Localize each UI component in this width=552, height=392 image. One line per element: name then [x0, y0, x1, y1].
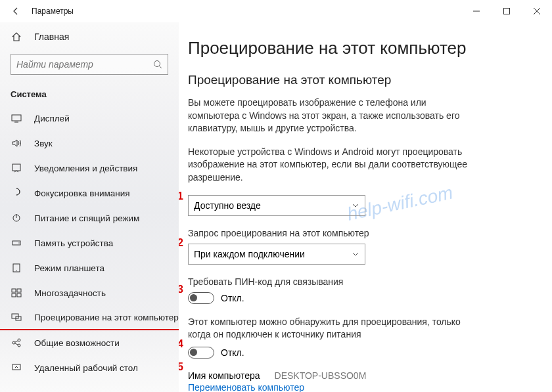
home-icon: [11, 32, 22, 42]
projection-request-label: Запрос проецирования на этот компьютер: [188, 228, 539, 238]
sidebar-item-projecting[interactable]: Проецирование на этот компьютер: [0, 305, 179, 330]
projecting-icon: [11, 312, 22, 322]
sidebar-item-label: Память устройства: [34, 238, 113, 248]
search-box[interactable]: [11, 54, 168, 75]
dropdown-value: Доступно везде: [194, 200, 261, 211]
sidebar-item-power[interactable]: Питание и спящий режим: [0, 206, 179, 230]
sound-icon: [11, 138, 22, 148]
sidebar-item-label: Фокусировка внимания: [34, 188, 130, 198]
sidebar-item-focus[interactable]: Фокусировка внимания: [0, 181, 179, 206]
section-title: Проецирование на этот компьютер: [188, 73, 539, 87]
svg-line-5: [160, 66, 162, 69]
annotation-1: 1: [179, 190, 183, 202]
sidebar-item-label: Дисплей: [34, 114, 70, 123]
home-link[interactable]: Главная: [0, 25, 179, 49]
sidebar-item-label: Уведомления и действия: [34, 163, 137, 173]
back-button[interactable]: [5, 1, 26, 22]
svg-rect-16: [17, 289, 21, 292]
sidebar-item-label: Режим планшета: [34, 263, 104, 273]
request-dropdown[interactable]: При каждом подключении: [188, 244, 365, 265]
tablet-icon: [11, 263, 22, 273]
maximize-button[interactable]: [492, 1, 522, 21]
annotation-3: 3: [179, 284, 183, 295]
multitask-icon: [11, 288, 22, 298]
pcname-label: Имя компьютера: [188, 370, 260, 381]
shared-icon: [11, 338, 22, 348]
availability-dropdown[interactable]: Доступно везде: [188, 195, 365, 216]
sidebar: Главная Система Дисплей Звук Уведомления…: [0, 22, 179, 392]
rename-link[interactable]: Переименовать компьютер: [188, 382, 304, 392]
pin-toggle[interactable]: [188, 292, 214, 304]
sidebar-item-notifications[interactable]: Уведомления и действия: [0, 156, 179, 181]
svg-point-22: [18, 339, 20, 341]
sidebar-item-storage[interactable]: Память устройства: [0, 230, 179, 255]
sidebar-item-sound[interactable]: Звук: [0, 131, 179, 156]
pcname-value: DESKTOP-UBSSO0M: [275, 370, 367, 381]
sidebar-item-label: Звук: [34, 139, 53, 148]
svg-rect-1: [504, 9, 510, 14]
sidebar-item-display[interactable]: Дисплей: [0, 106, 179, 131]
sidebar-item-label: Удаленный рабочий стол: [34, 363, 138, 373]
page-title: Проецирование на этот компьютер: [188, 38, 539, 58]
dropdown-value: При каждом подключении: [194, 249, 305, 259]
storage-icon: [11, 238, 22, 248]
focus-icon: [11, 188, 22, 198]
sidebar-item-label: Питание и спящий режим: [34, 213, 139, 223]
power-label: Этот компьютер можно обнаружить для прое…: [188, 316, 464, 341]
sidebar-item-multitask[interactable]: Многозадачность: [0, 280, 179, 305]
content-area: help-wifi.com Проецирование на этот комп…: [179, 22, 552, 392]
svg-rect-15: [12, 289, 16, 292]
search-input[interactable]: [16, 59, 153, 70]
notifications-icon: [11, 163, 22, 173]
home-label: Главная: [34, 32, 69, 42]
svg-rect-6: [12, 115, 21, 121]
sidebar-item-label: Проецирование на этот компьютер: [34, 313, 179, 322]
minimize-button[interactable]: [461, 1, 492, 21]
svg-line-25: [15, 343, 18, 345]
titlebar: Параметры: [0, 0, 552, 22]
power-toggle-state: Откл.: [221, 347, 244, 358]
svg-rect-17: [12, 294, 16, 297]
svg-point-23: [18, 344, 20, 347]
description-1: Вы можете проецировать изображение с тел…: [188, 97, 471, 135]
svg-line-24: [15, 341, 18, 342]
svg-point-12: [18, 242, 19, 243]
svg-rect-8: [12, 164, 20, 171]
window-title: Параметры: [32, 7, 74, 16]
pin-toggle-state: Откл.: [221, 293, 244, 303]
power-toggle[interactable]: [188, 347, 214, 359]
chevron-down-icon: [352, 250, 359, 258]
chevron-down-icon: [352, 202, 359, 209]
sidebar-item-label: Общие возможности: [34, 338, 120, 348]
annotation-2: 2: [179, 237, 183, 249]
close-button[interactable]: [522, 1, 552, 21]
annotation-4: 4: [179, 338, 183, 350]
display-icon: [11, 113, 22, 123]
search-icon: [153, 60, 162, 69]
svg-rect-18: [17, 294, 21, 297]
remote-icon: [11, 362, 22, 373]
sidebar-item-shared[interactable]: Общие возможности: [0, 330, 179, 355]
pin-label: Требовать ПИН-код для связывания: [188, 276, 539, 287]
description-2: Некоторые устройства с Windows и Android…: [188, 146, 471, 185]
svg-point-4: [154, 61, 160, 67]
sidebar-item-remote[interactable]: Удаленный рабочий стол: [0, 355, 179, 380]
power-icon: [11, 213, 22, 223]
svg-rect-26: [12, 364, 20, 370]
svg-point-21: [12, 341, 15, 344]
section-header: Система: [0, 80, 179, 106]
sidebar-item-tablet[interactable]: Режим планшета: [0, 255, 179, 280]
svg-point-14: [16, 270, 16, 271]
annotation-5: 5: [179, 361, 183, 373]
sidebar-item-label: Многозадачность: [34, 288, 106, 298]
